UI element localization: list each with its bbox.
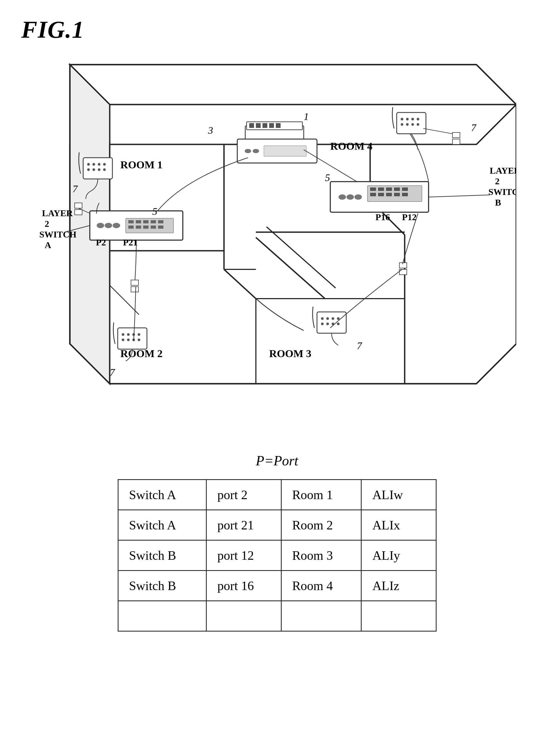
svg-rect-32 xyxy=(276,123,281,128)
svg-point-89 xyxy=(326,317,329,320)
svg-rect-43 xyxy=(136,220,141,223)
svg-rect-58 xyxy=(370,188,376,191)
svg-rect-59 xyxy=(378,188,384,191)
layer2-switch-a-label4: A xyxy=(45,240,51,250)
svg-rect-61 xyxy=(394,188,400,191)
svg-point-76 xyxy=(98,168,100,171)
svg-point-88 xyxy=(321,317,324,320)
label-p12: P12 xyxy=(402,212,417,222)
data-table: Switch A port 2 Room 1 ALIw Switch A por… xyxy=(118,479,437,632)
svg-point-55 xyxy=(346,194,354,200)
svg-point-82 xyxy=(137,333,140,336)
table-row: Switch B port 12 Room 3 ALIy xyxy=(118,540,436,571)
svg-point-71 xyxy=(93,163,95,166)
svg-rect-36 xyxy=(264,146,307,156)
table-cell-room: Room 2 xyxy=(281,510,362,540)
svg-point-35 xyxy=(253,149,259,153)
svg-point-101 xyxy=(401,123,403,126)
page: FIG.1 xyxy=(0,0,554,756)
svg-rect-29 xyxy=(256,123,261,128)
table-cell-port: port 12 xyxy=(207,540,281,571)
svg-point-79 xyxy=(122,333,124,336)
svg-point-75 xyxy=(93,168,95,171)
svg-point-100 xyxy=(417,118,419,120)
svg-point-83 xyxy=(122,339,124,341)
table-cell-ali: ALIw xyxy=(362,480,436,510)
table-cell-ali: ALIz xyxy=(362,571,436,601)
svg-rect-44 xyxy=(143,220,149,223)
floor-plan-svg: 1 3 P2 xyxy=(38,51,516,437)
table-cell-empty3 xyxy=(281,601,362,631)
svg-rect-50 xyxy=(151,225,156,229)
svg-point-38 xyxy=(97,223,104,228)
svg-rect-111 xyxy=(452,139,460,144)
svg-rect-31 xyxy=(269,123,274,128)
table-row-empty xyxy=(118,601,436,631)
svg-rect-30 xyxy=(263,123,267,128)
label-7c: 7 xyxy=(357,340,363,351)
fig-title: FIG.1 xyxy=(21,16,533,43)
svg-rect-108 xyxy=(131,280,138,285)
svg-rect-109 xyxy=(131,287,138,292)
svg-rect-27 xyxy=(246,122,302,130)
svg-point-103 xyxy=(411,123,414,126)
label-p16: P16 xyxy=(376,212,390,222)
label-p2: P2 xyxy=(96,238,106,247)
svg-point-92 xyxy=(321,322,324,325)
room3-label: ROOM 3 xyxy=(269,348,312,359)
table-cell-switch: Switch B xyxy=(118,540,207,571)
table-cell-port: port 2 xyxy=(207,480,281,510)
p-equals-port-label: P=Port xyxy=(256,453,298,468)
svg-point-91 xyxy=(337,317,340,320)
svg-rect-67 xyxy=(402,193,408,196)
svg-rect-63 xyxy=(370,193,376,196)
table-cell-room: Room 3 xyxy=(281,540,362,571)
label-3: 3 xyxy=(208,125,213,136)
svg-rect-69 xyxy=(83,158,112,179)
svg-point-72 xyxy=(98,163,100,166)
table-cell-room: Room 4 xyxy=(281,571,362,601)
table-cell-empty1 xyxy=(118,601,207,631)
svg-point-54 xyxy=(338,194,346,200)
layer2-switch-b-label4: B xyxy=(495,198,501,207)
table-cell-empty2 xyxy=(207,601,281,631)
svg-point-70 xyxy=(87,163,90,166)
svg-rect-49 xyxy=(143,225,149,229)
label-p21: P21 xyxy=(123,238,137,247)
svg-point-74 xyxy=(87,168,90,171)
table-cell-room: Room 1 xyxy=(281,480,362,510)
svg-rect-113 xyxy=(399,263,407,268)
svg-rect-105 xyxy=(75,203,82,208)
svg-rect-60 xyxy=(386,188,392,191)
svg-point-80 xyxy=(127,333,130,336)
svg-point-40 xyxy=(113,223,120,228)
layer2-switch-a-label3: SWITCH xyxy=(39,230,76,239)
room1-label: ROOM 1 xyxy=(120,159,163,171)
svg-point-90 xyxy=(332,317,334,320)
svg-rect-47 xyxy=(128,225,134,229)
svg-point-84 xyxy=(127,339,130,341)
svg-point-86 xyxy=(137,339,140,341)
label-7a: 7 xyxy=(72,183,78,194)
svg-rect-48 xyxy=(136,225,141,229)
svg-rect-46 xyxy=(158,220,163,223)
label-7b: 7 xyxy=(110,367,115,378)
label-1: 1 xyxy=(304,111,309,122)
table-row: Switch A port 21 Room 2 ALIx xyxy=(118,510,436,540)
table-cell-port: port 21 xyxy=(207,510,281,540)
svg-rect-62 xyxy=(402,188,408,191)
layer2-switch-b-label1: LAYER xyxy=(490,166,516,175)
svg-rect-87 xyxy=(317,312,346,333)
svg-point-77 xyxy=(103,168,106,171)
layer2-switch-a-label2: 2 xyxy=(45,219,49,229)
svg-point-56 xyxy=(354,194,362,200)
svg-marker-1 xyxy=(70,65,516,104)
svg-rect-96 xyxy=(397,112,426,134)
label-5a: 5 xyxy=(152,206,157,217)
svg-point-39 xyxy=(105,223,112,228)
table-cell-empty4 xyxy=(362,601,436,631)
table-cell-ali: ALIx xyxy=(362,510,436,540)
svg-point-97 xyxy=(401,118,403,120)
diagram-container: 1 3 P2 xyxy=(38,51,516,437)
svg-rect-64 xyxy=(378,193,384,196)
